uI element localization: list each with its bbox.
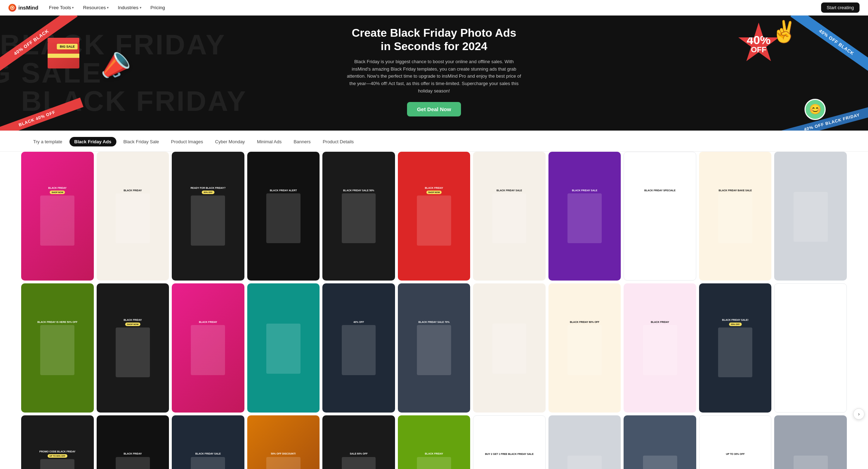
template-card[interactable] (548, 415, 621, 469)
template-card[interactable]: BLACK FRIDAY ALERT (247, 152, 320, 281)
template-card[interactable]: BLACK FRIDAY (172, 283, 244, 412)
template-card[interactable]: READY FOR BLACK FRIDAY?30% OFF (172, 152, 244, 281)
smiley-badge-decoration: 😊 (805, 99, 826, 120)
template-card[interactable] (774, 415, 847, 469)
templates-section: Try a template Black Friday Ads Black Fr… (0, 131, 868, 469)
template-card[interactable]: BLACK FRIDAYSHOP NOW (398, 152, 471, 281)
template-card[interactable]: BLACK FRIDAY (97, 152, 169, 281)
megaphone-decoration: 📣 (95, 46, 135, 85)
hero-content: Create Black Friday Photo Ads in Seconds… (346, 26, 522, 116)
template-card[interactable]: BLACK FRIDAY SALE!35% OFF (699, 283, 772, 412)
tab-cyber-monday[interactable]: Cyber Monday (210, 137, 250, 146)
tab-minimal-ads[interactable]: Minimal Ads (252, 137, 286, 146)
template-card[interactable]: BLACK FRIDAY Sale (172, 415, 244, 469)
hero-subtitle: Black Friday is your biggest chance to b… (346, 58, 522, 95)
template-card[interactable]: BLACK FRIDAY (398, 415, 471, 469)
nav-free-tools[interactable]: Free Tools ▾ (45, 3, 78, 12)
template-card[interactable]: BLACK FRIDAY (97, 415, 169, 469)
template-card[interactable]: BLACK FRIDAY SALE 70% (398, 283, 471, 412)
nav-links: Free Tools ▾ Resources ▾ Industries ▾ Pr… (45, 3, 821, 12)
tab-product-images[interactable]: Product Images (166, 137, 208, 146)
banner-right: 40% OFF BLACK (790, 16, 868, 77)
template-card[interactable]: BLACK FRIDAY (624, 283, 696, 412)
template-card[interactable]: BLACK FRIDAYSHOP NOW (21, 152, 94, 281)
template-card[interactable] (473, 283, 546, 412)
chevron-down-icon: ▾ (107, 6, 109, 10)
template-card[interactable] (247, 283, 320, 412)
template-card[interactable]: BLACK FRIDAYSHOP NOW (97, 283, 169, 412)
logo[interactable]: insMind (8, 4, 38, 12)
navbar: insMind Free Tools ▾ Resources ▾ Industr… (0, 0, 868, 16)
templates-grid-wrap: BLACK FRIDAYSHOP NOWBLACK FRIDAYREADY FO… (0, 152, 868, 469)
template-card[interactable]: Black Friday Sale (473, 152, 546, 281)
template-card[interactable]: BLACK FRIDAY BAKE SALE (699, 152, 772, 281)
hero-section: BLACK FRIDAY BIG SALE BLACK FRIDAY 40% O… (0, 16, 868, 131)
tab-black-friday-sale[interactable]: Black Friday Sale (119, 137, 164, 146)
chevron-down-icon: ▾ (72, 6, 74, 10)
template-tabs: Try a template Black Friday Ads Black Fr… (0, 137, 868, 152)
tab-black-friday-ads[interactable]: Black Friday Ads (69, 137, 116, 146)
nav-industries[interactable]: Industries ▾ (114, 3, 146, 12)
banner-bottom-left: BLACK 40% OFF (0, 97, 83, 130)
template-card[interactable]: BLACK FRIDAY SPECIALE (624, 152, 696, 281)
next-arrow-button[interactable]: › (853, 408, 864, 420)
hero-title: Create Black Friday Photo Ads in Seconds… (346, 26, 522, 53)
chevron-down-icon: ▾ (140, 6, 141, 10)
gift-tag: BIG SALE (57, 44, 78, 49)
tab-banners[interactable]: Banners (289, 137, 315, 146)
start-creating-button[interactable]: Start creating (821, 2, 860, 13)
nav-resources[interactable]: Resources ▾ (79, 3, 113, 12)
template-card[interactable]: BLACK FRIDAY 60% OFF (548, 283, 621, 412)
template-card[interactable] (774, 152, 847, 281)
template-card[interactable]: BLACK FRIDAY SALE 50% (322, 152, 395, 281)
banner-left: 40% OFF BLACK (0, 16, 78, 77)
template-card[interactable]: 50% off discount! (247, 415, 320, 469)
try-a-template-label: Try a template (28, 137, 67, 146)
template-card[interactable]: BUY 2 GET 1 FREE Black Friday Sale (473, 415, 546, 469)
template-card[interactable]: PROMO CODE BLACK FRIDAYUP TO 80% OFF (21, 415, 94, 469)
template-card[interactable]: Up to 30% OFF (699, 415, 772, 469)
template-card[interactable]: BLACK FRIDAY SALE (548, 152, 621, 281)
template-card[interactable]: 40% OFF (322, 283, 395, 412)
svg-point-1 (12, 7, 13, 8)
templates-grid: BLACK FRIDAYSHOP NOWBLACK FRIDAYREADY FO… (21, 152, 847, 469)
tab-product-details[interactable]: Product Details (318, 137, 359, 146)
template-card[interactable]: SALE 60% OFF (322, 415, 395, 469)
template-card[interactable]: BLACK FRIDAY IS HERE 50% OFF (21, 283, 94, 412)
template-card[interactable] (624, 415, 696, 469)
nav-pricing[interactable]: Pricing (146, 3, 169, 12)
hero-cta-button[interactable]: Get Deal Now (407, 102, 461, 116)
star-badge-text: 40% OFF (747, 34, 771, 54)
logo-icon (8, 4, 16, 12)
template-card[interactable] (774, 283, 847, 412)
hand-decoration: ✌️ (771, 19, 797, 44)
